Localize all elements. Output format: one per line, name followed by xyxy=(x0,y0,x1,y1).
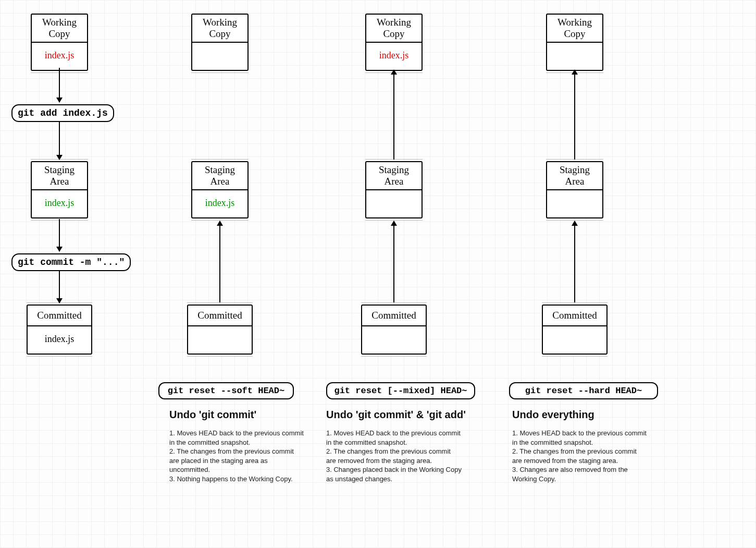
arrow-commit-cmd-to-committed xyxy=(59,271,60,303)
staging-header: StagingArea xyxy=(547,162,602,190)
col2-working-file xyxy=(192,43,247,70)
col4-staging-box: StagingArea xyxy=(546,161,603,218)
working-copy-header: WorkingCopy xyxy=(192,15,247,43)
col1-working-copy-box: WorkingCopy index.js xyxy=(31,14,88,71)
working-copy-header: WorkingCopy xyxy=(366,15,422,43)
col3-working-copy-box: WorkingCopy index.js xyxy=(365,14,423,71)
soft-body: 1. Moves HEAD back to the previous commi… xyxy=(169,429,305,483)
col1-staging-box: StagingArea index.js xyxy=(31,161,88,218)
col4-working-copy-box: WorkingCopy xyxy=(546,14,603,71)
committed-header: Committed xyxy=(188,306,252,326)
staging-header: StagingArea xyxy=(192,162,247,190)
col1-git-add-cmd: git add index.js xyxy=(11,104,114,122)
reset-hard-cmd: git reset --hard HEAD~ xyxy=(509,382,658,399)
col4-working-empty xyxy=(547,43,602,70)
arrow-committed-to-staging-soft xyxy=(219,221,220,302)
col2-committed-empty xyxy=(188,326,252,354)
mixed-heading: Undo 'git commit' & 'git add' xyxy=(326,409,466,421)
arrow-committed-to-staging-hard xyxy=(574,221,575,302)
col3-staging-empty xyxy=(366,190,422,217)
col3-committed-empty xyxy=(362,326,426,354)
arrow-staging-to-wc-mixed xyxy=(393,70,394,160)
col4-committed-empty xyxy=(543,326,606,354)
hard-body: 1. Moves HEAD back to the previous commi… xyxy=(512,429,648,483)
arrow-wc-to-add xyxy=(59,68,60,102)
soft-heading: Undo 'git commit' xyxy=(169,409,256,421)
committed-header: Committed xyxy=(28,306,91,326)
col4-committed-box: Committed xyxy=(542,305,608,355)
arrow-add-to-staging xyxy=(59,121,60,160)
col1-staging-file: index.js xyxy=(32,190,87,217)
staging-header: StagingArea xyxy=(366,162,422,190)
col2-staging-box: StagingArea index.js xyxy=(191,161,249,218)
reset-soft-cmd: git reset --soft HEAD~ xyxy=(158,382,294,399)
committed-header: Committed xyxy=(543,306,606,326)
mixed-body: 1. Moves HEAD back to the previous commi… xyxy=(326,429,462,483)
col1-working-file: index.js xyxy=(32,43,87,70)
col3-working-file: index.js xyxy=(366,43,422,70)
col1-committed-file: index.js xyxy=(28,326,91,354)
col3-staging-box: StagingArea xyxy=(365,161,423,218)
arrow-committed-to-staging-mixed xyxy=(393,221,394,302)
col2-working-copy-box: WorkingCopy xyxy=(191,14,249,71)
reset-mixed-cmd: git reset [--mixed] HEAD~ xyxy=(326,382,475,399)
staging-header: StagingArea xyxy=(32,162,87,190)
col2-committed-box: Committed xyxy=(187,305,253,355)
committed-header: Committed xyxy=(362,306,426,326)
working-copy-header: WorkingCopy xyxy=(32,15,87,43)
working-copy-header: WorkingCopy xyxy=(547,15,602,43)
hard-heading: Undo everything xyxy=(512,409,594,421)
arrow-staging-to-wc-hard xyxy=(574,70,575,160)
col2-staging-file: index.js xyxy=(192,190,247,217)
arrow-staging-to-commit-cmd xyxy=(59,219,60,251)
col1-git-commit-cmd: git commit -m "..." xyxy=(11,253,131,271)
col1-committed-box: Committed index.js xyxy=(27,305,92,355)
col3-committed-box: Committed xyxy=(361,305,427,355)
col4-staging-empty xyxy=(547,190,602,217)
